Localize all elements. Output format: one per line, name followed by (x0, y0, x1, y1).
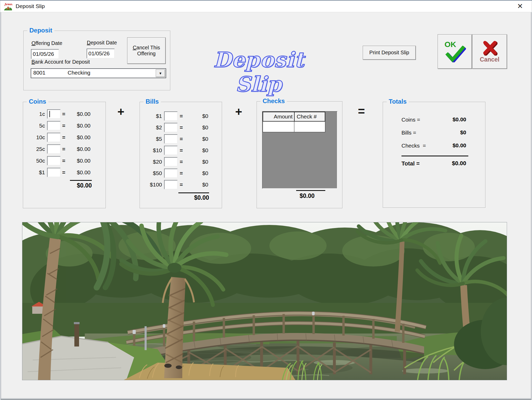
coin-50c-input[interactable] (47, 156, 61, 165)
cancel-button[interactable]: Cancel (472, 34, 507, 69)
coin-row-value: $0.00 (64, 144, 90, 154)
checks-header-number[interactable]: Check # (294, 112, 325, 122)
offering-date-label: Offering Date (31, 40, 62, 46)
bill-denom-label: $20 (141, 157, 162, 166)
coin-1c-input[interactable] (47, 109, 61, 119)
bill-20-input[interactable] (164, 157, 178, 166)
bill-5-input[interactable] (164, 134, 178, 144)
coin-row-value: $0.00 (64, 121, 90, 130)
bill-denom-label: $2 (141, 123, 162, 132)
coin-25c-input[interactable] (47, 144, 61, 154)
coin-denom-label: $1 (26, 168, 45, 177)
grand-total-value: $0.00 (427, 160, 466, 167)
bill-denom-label: $1 (141, 111, 162, 121)
bill-row-value: $0 (182, 134, 208, 144)
plus-operator-2: + (233, 105, 244, 119)
bill-denom-label: $50 (141, 169, 162, 178)
bill-denom-label: $100 (141, 180, 162, 189)
checks-total: $0.00 (289, 192, 325, 199)
deposit-slip-banner: Deposit Slip (194, 48, 324, 96)
coins-group: Coins 1c = $0.00 5c = $0.00 10c = $0.00 … (23, 102, 106, 208)
deposit-date-label: Deposit Date (87, 40, 117, 46)
coins-group-label: Coins (27, 98, 48, 105)
totals-coins-label: Coins = (401, 117, 420, 123)
totals-bills-label: Bills = (401, 130, 416, 136)
coins-sum-rule (70, 180, 92, 181)
coin-row-value: $0.00 (64, 168, 90, 177)
window-title: Deposit Slip (16, 1, 45, 12)
ok-checkmark-icon (444, 46, 466, 62)
bill-10-input[interactable] (164, 146, 178, 155)
bill-row-value: $0 (182, 146, 208, 155)
totals-sum-rule (401, 156, 468, 156)
totals-checks-value: $0.00 (427, 142, 466, 149)
bill-row-value: $0 (182, 123, 208, 132)
checks-row-amount-cell[interactable] (263, 121, 295, 132)
coin-dollar-input[interactable] (47, 168, 61, 177)
combo-dropdown-button[interactable]: ▼ (156, 69, 165, 77)
coin-denom-label: 5c (26, 121, 45, 130)
totals-group-label: Totals (387, 98, 409, 105)
deposit-slip-window: Jewel Deposit Slip ✕ Deposit Offering Da… (0, 0, 532, 400)
bill-row-value: $0 (182, 180, 208, 189)
coins-total: $0.00 (60, 182, 92, 189)
deposit-group: Deposit Offering Date Deposit Date Cance… (23, 31, 170, 90)
grand-total-label: Total = (401, 160, 420, 167)
coin-row-value: $0.00 (64, 156, 90, 165)
coin-10c-input[interactable] (47, 133, 61, 142)
bills-group-label: Bills (144, 98, 161, 105)
print-deposit-slip-button[interactable]: Print Deposit Slip (363, 46, 416, 60)
coin-row-value: $0.00 (64, 133, 90, 142)
bill-2-input[interactable] (164, 123, 178, 132)
checks-grid[interactable]: Amount Check # (262, 111, 338, 189)
deposit-date-input[interactable] (87, 49, 115, 58)
cancel-offering-button[interactable]: Cancel This Offering (127, 37, 166, 64)
coin-5c-input[interactable] (47, 121, 61, 130)
bills-group: Bills $1 = $0 $2 = $0 $5 = $0 $10 = $0 $… (140, 102, 222, 208)
equals-operator: = (356, 104, 367, 118)
checks-sum-rule (296, 190, 325, 191)
bridge-photo-illustration (22, 222, 507, 380)
checks-group: Checks Amount Check # $0.00 (257, 101, 342, 208)
totals-bills-value: $0 (427, 129, 466, 136)
close-button[interactable]: ✕ (515, 2, 525, 11)
bill-row-value: $0 (182, 157, 208, 166)
plus-operator-1: + (115, 105, 127, 119)
bridge-photo (22, 222, 507, 380)
checks-group-label: Checks (261, 97, 287, 105)
app-icon: Jewel (4, 2, 12, 11)
svg-text:Jewel: Jewel (4, 3, 12, 6)
bill-denom-label: $5 (141, 134, 162, 144)
titlebar: Jewel Deposit Slip ✕ (1, 1, 531, 12)
coin-denom-label: 25c (26, 144, 45, 154)
bill-row-value: $0 (182, 111, 208, 121)
cancel-x-icon (481, 40, 498, 56)
bills-sum-rule (178, 192, 209, 193)
cancel-label: Cancel (480, 56, 499, 63)
bill-100-input[interactable] (164, 180, 178, 189)
bank-account-name: Checking (68, 70, 90, 76)
deposit-group-label: Deposit (27, 27, 54, 34)
bill-denom-label: $10 (141, 146, 162, 155)
bill-row-value: $0 (182, 169, 208, 178)
bank-account-label: Bank Account for Deposit (31, 59, 90, 65)
dialog-content: Deposit Offering Date Deposit Date Cance… (0, 12, 532, 400)
coin-row-value: $0.00 (64, 109, 90, 119)
coin-denom-label: 50c (26, 156, 45, 165)
chevron-down-icon: ▼ (159, 71, 162, 75)
bills-total: $0.00 (177, 194, 209, 201)
coin-denom-label: 1c (26, 109, 45, 119)
totals-coins-value: $0.00 (427, 116, 466, 123)
bill-1-input[interactable] (164, 111, 178, 121)
totals-checks-label: Checks = (401, 143, 426, 149)
bank-account-code: 8001 (33, 70, 46, 76)
bank-account-combobox[interactable]: 8001 Checking ▼ (31, 68, 166, 78)
text-caret (49, 111, 50, 117)
checks-header-amount[interactable]: Amount (263, 112, 295, 122)
checks-row-number-cell[interactable] (294, 121, 325, 132)
totals-group: Totals Coins = $0.00 Bills = $0 Checks =… (383, 102, 485, 208)
ok-button[interactable]: OK (438, 34, 472, 69)
offering-date-input[interactable] (31, 49, 59, 59)
coin-denom-label: 10c (26, 133, 45, 142)
bill-50-input[interactable] (164, 169, 178, 178)
